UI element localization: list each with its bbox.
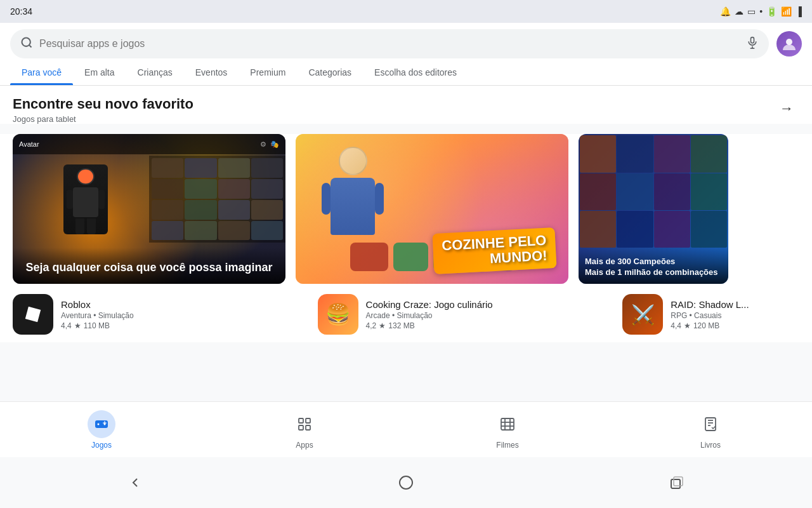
notification-icon: 🔔 (720, 6, 731, 17)
raid-card-line1: Mais de 300 Campeões (585, 257, 722, 267)
game-card-cooking[interactable]: COZINHE PELO MUNDO! (296, 134, 568, 284)
section-arrow-button[interactable]: → (774, 96, 799, 121)
recent-button[interactable] (658, 470, 696, 495)
battery-icon: 🔋 (766, 6, 777, 17)
app-info-raid[interactable]: ⚔️ RAID: Shadow L... RPG • Casuais 4,4 ★… (622, 294, 799, 335)
nav-tabs: Para você Em alta Crianças Eventos Premi… (0, 58, 812, 86)
cooking-genre: Arcade • Simulação (366, 311, 613, 320)
tab-para-voce[interactable]: Para você (10, 58, 73, 85)
section-header: Encontre seu novo favorito Jogos para ta… (13, 96, 799, 124)
system-nav (0, 457, 812, 508)
cards-row: Avatar ⚙ 🎭 Seja qualquer coisa que você … (13, 134, 799, 284)
section-title-area: Encontre seu novo favorito Jogos para ta… (13, 96, 193, 124)
svg-rect-22 (705, 418, 716, 431)
cooking-app-icon: 🍔 (318, 294, 358, 335)
roblox-app-icon (13, 294, 53, 335)
cooking-rating: 4,2 ★ 132 MB (366, 321, 613, 330)
raid-star: ★ (684, 321, 691, 330)
svg-rect-2 (751, 37, 754, 43)
roblox-details: Roblox Aventura • Simulação 4,4 ★ 110 MB (61, 299, 308, 330)
app-info-roblox[interactable]: Roblox Aventura • Simulação 4,4 ★ 110 MB (13, 294, 308, 335)
tab-eventos[interactable]: Eventos (184, 58, 239, 85)
tab-criancas[interactable]: Crianças (126, 58, 184, 85)
app-info-cooking[interactable]: 🍔 Cooking Craze: Jogo culinário Arcade •… (318, 294, 613, 335)
apps-label: Apps (296, 441, 313, 450)
svg-rect-15 (299, 425, 303, 430)
wifi-icon: 📶 (781, 6, 792, 17)
nav-livros[interactable]: Livros (609, 405, 812, 455)
svg-rect-16 (306, 425, 310, 430)
svg-rect-27 (671, 479, 680, 488)
raid-text-overlay: Mais de 300 Campeões Mais de 1 milhão de… (579, 248, 728, 284)
raid-grid (579, 134, 728, 249)
raid-rating: 4,4 ★ 120 MB (671, 321, 799, 330)
roblox-top-title: Avatar (19, 140, 39, 148)
search-icon (20, 36, 33, 52)
tab-premium[interactable]: Premium (239, 58, 297, 85)
game-card-roblox[interactable]: Avatar ⚙ 🎭 Seja qualquer coisa que você … (13, 134, 285, 284)
svg-rect-14 (306, 418, 310, 423)
raid-card-line2: Mais de 1 milhão de combinações (585, 267, 722, 278)
cooking-details: Cooking Craze: Jogo culinário Arcade • S… (366, 299, 613, 330)
screen-icon: ▭ (747, 6, 756, 17)
microphone-icon[interactable] (746, 36, 759, 52)
svg-rect-17 (501, 418, 514, 430)
apps-icon (291, 410, 318, 438)
svg-rect-28 (674, 477, 683, 486)
raid-name: RAID: Shadow L... (671, 299, 799, 310)
jogos-label: Jogos (91, 441, 112, 450)
status-bar: 20:34 🔔 ☁ ▭ • 🔋 📶 ▐ (0, 0, 812, 23)
roblox-card-overlay: Seja qualquer coisa que você possa imagi… (13, 248, 285, 284)
section-subtitle: Jogos para tablet (13, 114, 193, 124)
roblox-name: Roblox (61, 299, 308, 310)
avatar[interactable] (776, 31, 802, 57)
nav-jogos[interactable]: Jogos (0, 405, 203, 455)
game-card-raid[interactable]: Mais de 300 Campeões Mais de 1 milhão de… (579, 134, 728, 284)
filmes-icon (494, 410, 521, 438)
svg-point-0 (22, 37, 30, 46)
livros-label: Livros (700, 441, 721, 450)
nav-apps[interactable]: Apps (203, 405, 406, 455)
section-title: Encontre seu novo favorito (13, 96, 193, 112)
dot-icon: • (759, 6, 763, 17)
tab-em-alta[interactable]: Em alta (73, 58, 126, 85)
svg-line-1 (29, 44, 32, 47)
svg-point-26 (400, 476, 412, 489)
livros-icon (697, 410, 724, 438)
jogos-icon (88, 410, 115, 438)
tab-escolha-editores[interactable]: Escolha dos editores (363, 58, 468, 85)
filmes-label: Filmes (496, 441, 518, 450)
roblox-top-bar: Avatar ⚙ 🎭 (13, 134, 285, 154)
home-button[interactable] (387, 470, 425, 495)
game-cards-area: Avatar ⚙ 🎭 Seja qualquer coisa que você … (0, 134, 812, 342)
app-info-row: Roblox Aventura • Simulação 4,4 ★ 110 MB… (13, 294, 799, 342)
search-bar[interactable] (10, 29, 769, 58)
roblox-star: ★ (74, 321, 81, 330)
roblox-rating: 4,4 ★ 110 MB (61, 321, 308, 330)
nav-filmes[interactable]: Filmes (406, 405, 609, 455)
cloud-icon: ☁ (735, 6, 743, 17)
search-input[interactable] (39, 38, 740, 50)
raid-app-icon: ⚔️ (622, 294, 663, 335)
svg-point-5 (786, 39, 792, 45)
search-container (0, 23, 812, 58)
raid-details: RAID: Shadow L... RPG • Casuais 4,4 ★ 12… (671, 299, 799, 330)
svg-point-9 (98, 423, 100, 425)
tab-categorias[interactable]: Categorias (297, 58, 363, 85)
back-button[interactable] (116, 470, 154, 495)
svg-rect-12 (104, 421, 105, 425)
cooking-name: Cooking Craze: Jogo culinário (366, 299, 613, 310)
status-icons: 🔔 ☁ ▭ • 🔋 📶 ▐ (720, 6, 802, 17)
status-time: 20:34 (10, 6, 32, 17)
svg-rect-8 (95, 420, 108, 428)
signal-icon: ▐ (796, 6, 802, 17)
roblox-card-text: Seja qualquer coisa que você possa imagi… (23, 260, 275, 275)
roblox-genre: Aventura • Simulação (61, 311, 308, 320)
raid-genre: RPG • Casuais (671, 311, 799, 320)
bottom-nav: Jogos Apps Filmes (0, 401, 812, 457)
svg-rect-13 (299, 418, 303, 423)
cooking-text-overlay: COZINHE PELO MUNDO! (433, 231, 556, 271)
section-header-area: Encontre seu novo favorito Jogos para ta… (0, 86, 812, 124)
cooking-star: ★ (379, 321, 386, 330)
